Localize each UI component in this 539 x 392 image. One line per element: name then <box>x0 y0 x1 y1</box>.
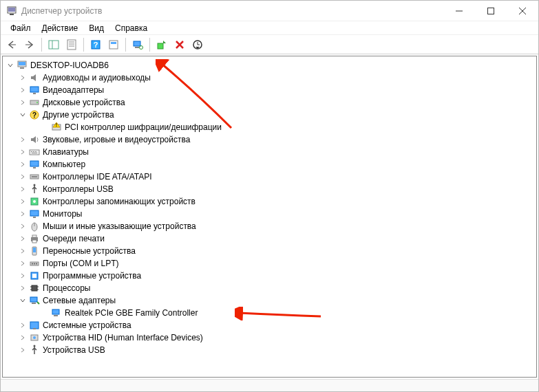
svg-rect-39 <box>33 167 36 168</box>
spacer <box>40 308 50 318</box>
svg-rect-51 <box>32 240 36 243</box>
tree-node[interactable]: Мониторы <box>3 208 536 220</box>
tree-node[interactable]: Переносные устройства <box>3 245 536 257</box>
unknown-icon: ? <box>29 109 40 120</box>
menu-help[interactable]: Справка <box>109 22 153 34</box>
action-button[interactable] <box>105 36 122 53</box>
tree-node[interactable]: Дисковые устройства <box>3 96 536 109</box>
chevron-right-icon[interactable] <box>18 320 28 330</box>
chevron-right-icon[interactable] <box>18 271 28 281</box>
svg-point-44 <box>33 200 36 203</box>
app-icon <box>6 6 17 17</box>
tree-node-label: Звуковые, игровые и видеоустройства <box>43 135 190 144</box>
chevron-right-icon[interactable] <box>18 85 28 95</box>
network-icon <box>29 295 40 306</box>
tree-node[interactable]: Сетевые адаптеры <box>3 294 536 307</box>
svg-rect-53 <box>33 248 36 252</box>
svg-rect-23 <box>19 62 25 65</box>
svg-rect-35 <box>33 151 34 152</box>
chevron-down-icon[interactable] <box>18 296 28 305</box>
tree-node-label: Процессоры <box>43 283 91 293</box>
toolbar-separator <box>125 38 126 52</box>
chevron-right-icon[interactable] <box>18 73 28 83</box>
scan-hardware-button[interactable] <box>129 36 146 53</box>
menu-view[interactable]: Вид <box>83 22 109 34</box>
chevron-right-icon[interactable] <box>18 259 28 268</box>
chevron-right-icon[interactable] <box>18 283 28 293</box>
chevron-right-icon[interactable] <box>18 160 28 169</box>
cpu-icon <box>29 283 40 294</box>
update-driver-button[interactable] <box>189 36 206 53</box>
close-button[interactable] <box>507 1 538 21</box>
chevron-right-icon[interactable] <box>18 234 28 243</box>
chevron-right-icon[interactable] <box>18 221 28 231</box>
svg-rect-68 <box>54 315 58 316</box>
spacer <box>40 122 50 132</box>
tree-node[interactable]: Порты (COM и LPT) <box>3 257 536 270</box>
svg-rect-38 <box>30 161 39 166</box>
tree-root[interactable]: DESKTOP-IUOADB6 <box>3 59 536 72</box>
show-hide-tree-button[interactable] <box>45 36 62 53</box>
chevron-right-icon[interactable] <box>18 184 28 194</box>
chevron-right-icon[interactable] <box>18 333 28 342</box>
svg-point-42 <box>34 184 36 186</box>
chevron-right-icon[interactable] <box>18 246 28 256</box>
enable-device-button[interactable] <box>154 36 170 53</box>
svg-text:?: ? <box>32 111 36 119</box>
svg-point-55 <box>32 263 33 265</box>
tree-node[interactable]: Компьютер <box>3 158 536 171</box>
back-button[interactable] <box>3 36 20 53</box>
menu-file[interactable]: Файл <box>5 22 36 34</box>
mouse-icon <box>29 221 40 232</box>
tree-child-node[interactable]: Realtek PCIe GBE Family Controller <box>3 307 536 319</box>
tree-node[interactable]: Звуковые, игровые и видеоустройства <box>3 133 536 146</box>
forward-button[interactable] <box>21 36 38 53</box>
tree-node[interactable]: ? Другие устройства <box>3 109 536 121</box>
svg-rect-25 <box>30 87 39 92</box>
svg-rect-60 <box>32 285 37 291</box>
tree-node[interactable]: Контроллеры USB <box>3 183 536 195</box>
svg-rect-66 <box>32 303 36 304</box>
tree-node[interactable]: Программные устройства <box>3 270 536 282</box>
menu-action[interactable]: Действие <box>36 22 84 34</box>
tree-node[interactable]: Устройства USB <box>3 344 536 356</box>
chevron-right-icon[interactable] <box>18 345 28 355</box>
tree-node[interactable]: Мыши и иные указывающие устройства <box>3 220 536 232</box>
tree-node[interactable]: Контроллеры запоминающих устройств <box>3 195 536 208</box>
chevron-right-icon[interactable] <box>18 98 28 107</box>
svg-point-57 <box>36 263 37 265</box>
port-icon <box>29 258 40 269</box>
tree-node[interactable]: Аудиовходы и аудиовыходы <box>3 72 536 84</box>
svg-rect-65 <box>30 297 37 302</box>
toolbar-separator <box>149 38 150 52</box>
maximize-button[interactable] <box>475 1 507 21</box>
tree-node[interactable]: Клавиатуры <box>3 146 536 158</box>
uninstall-button[interactable] <box>171 36 188 53</box>
svg-point-72 <box>33 336 36 339</box>
tree-node[interactable]: Процессоры <box>3 282 536 294</box>
tree-node[interactable]: Контроллеры IDE ATA/ATAPI <box>3 171 536 183</box>
tree-node[interactable]: Системные устройства <box>3 319 536 331</box>
chevron-right-icon[interactable] <box>18 135 28 144</box>
chevron-right-icon[interactable] <box>18 197 28 206</box>
tree-node[interactable]: Очереди печати <box>3 232 536 245</box>
tree-node[interactable]: Видеоадаптеры <box>3 84 536 96</box>
svg-rect-70 <box>33 328 36 329</box>
window-controls <box>443 1 538 21</box>
tree-child-node[interactable]: ! PCI контроллер шифрации/дешифрации <box>3 121 536 133</box>
svg-rect-41 <box>32 176 37 177</box>
chevron-down-icon[interactable] <box>6 61 15 70</box>
monitor-icon <box>29 208 40 219</box>
help-button[interactable]: ? <box>87 36 104 53</box>
chevron-down-icon[interactable] <box>18 110 28 120</box>
svg-point-19 <box>140 45 143 49</box>
device-tree[interactable]: DESKTOP-IUOADB6 Аудиовходы и аудиовыходы… <box>2 56 537 378</box>
svg-point-56 <box>34 263 35 265</box>
tree-node-label: Клавиатуры <box>43 147 89 157</box>
tree-node[interactable]: Устройства HID (Human Interface Devices) <box>3 331 536 344</box>
chevron-right-icon[interactable] <box>18 172 28 182</box>
chevron-right-icon[interactable] <box>18 209 28 219</box>
properties-button[interactable] <box>63 36 80 53</box>
chevron-right-icon[interactable] <box>18 147 28 157</box>
minimize-button[interactable] <box>443 1 475 21</box>
